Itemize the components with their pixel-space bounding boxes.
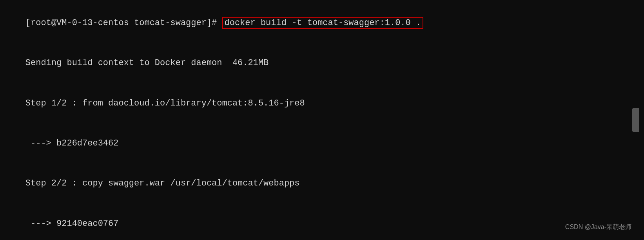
command-1: docker build -t tomcat-swagger:1.0.0 . [222,17,424,29]
terminal-line-1: [root@VM-0-13-centos tomcat-swagger]# do… [5,3,639,43]
output-4: ---> b226d7ee3462 [25,138,119,148]
prompt-1: [root@VM-0-13-centos tomcat-swagger]# [25,18,222,28]
terminal-line-6: ---> 92140eac0767 [5,204,639,240]
output-6: ---> 92140eac0767 [25,219,119,229]
output-5: Step 2/2 : copy swagger.war /usr/local/t… [25,178,300,188]
output-2: Sending build context to Docker daemon 4… [25,58,269,68]
terminal-line-5: Step 2/2 : copy swagger.war /usr/local/t… [5,164,639,204]
terminal-line-3: Step 1/2 : from daocloud.io/library/tomc… [5,84,639,124]
terminal-line-2: Sending build context to Docker daemon 4… [5,43,639,83]
output-3: Step 1/2 : from daocloud.io/library/tomc… [25,98,305,108]
terminal-window: [root@VM-0-13-centos tomcat-swagger]# do… [5,3,639,237]
terminal-line-4: ---> b226d7ee3462 [5,124,639,164]
scrollbar[interactable] [632,108,639,132]
watermark: CSDN @Java-呆萌老师 [565,222,631,232]
